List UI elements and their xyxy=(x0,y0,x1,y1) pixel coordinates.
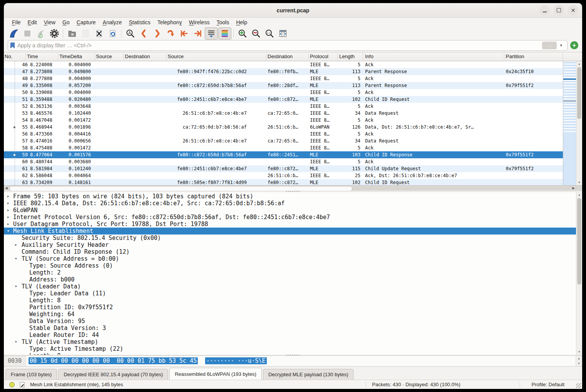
detail-line[interactable]: ▸Frame 59: 103 bytes on wire (824 bits),… xyxy=(4,193,576,200)
zoom-in-button[interactable] xyxy=(236,27,249,40)
open-file-button[interactable] xyxy=(66,27,79,40)
packet-row-49[interactable]: 498.3350080.057200fe80::c872:650d:b7b8:5… xyxy=(4,82,563,89)
detail-line[interactable]: Leader Router ID: 44 xyxy=(4,332,576,338)
apply-filter-button[interactable]: → xyxy=(542,42,557,49)
detail-line[interactable]: Length: 8 xyxy=(4,297,576,304)
column-header-source-3[interactable]: Source xyxy=(96,54,112,59)
packet-row-54[interactable]: 548.4670480.001472IEEE 8…5Ack xyxy=(4,117,563,124)
close-file-button[interactable] xyxy=(93,27,106,40)
maximize-button[interactable] xyxy=(554,5,564,15)
hex-ascii-selected[interactable]: ········ ···u·S\E xyxy=(205,357,267,364)
column-header-length-8[interactable]: Length xyxy=(339,54,355,59)
menu-analyze[interactable]: Analyze xyxy=(99,18,125,26)
detail-line[interactable]: ▸IEEE 802.15.4 Data, Dst: 26:51:c6:b7:e8… xyxy=(4,200,576,207)
packet-row-60[interactable]: 608.4807440.003680IEEE 8…5Ack xyxy=(4,158,563,165)
collapse-icon[interactable]: ▾ xyxy=(7,228,10,235)
reload-file-button[interactable] xyxy=(106,27,119,40)
colorize-packets-button[interactable] xyxy=(218,27,231,40)
menu-tools[interactable]: Tools xyxy=(213,18,233,26)
menu-file[interactable]: File xyxy=(8,18,24,26)
detail-line[interactable]: Length: 2 xyxy=(4,269,576,276)
status-profile[interactable]: Profile: Default xyxy=(532,382,564,387)
zoom-original-button[interactable]: 1:1 xyxy=(263,27,276,40)
stop-capture-button[interactable] xyxy=(21,27,34,40)
collapse-icon[interactable]: ▾ xyxy=(15,255,17,262)
scroll-left-icon[interactable]: ◀ xyxy=(4,186,9,191)
expand-icon[interactable]: ▸ xyxy=(15,241,17,248)
auto-scroll-button[interactable] xyxy=(205,27,218,40)
packet-row-58[interactable]: 588.4754880.001472IEEE 8…5Ack xyxy=(4,144,563,151)
expand-icon[interactable]: ▸ xyxy=(7,214,10,221)
menu-help[interactable]: Help xyxy=(232,18,251,26)
packet-row-55[interactable]: 558.4689440.001896ca:72:65:0d:b7:b8:56:a… xyxy=(4,124,563,131)
detail-line[interactable]: Stable Data Version: 3 xyxy=(4,325,576,332)
detail-line[interactable]: ▾TLV (Leader Data) xyxy=(4,283,576,290)
intelligent-scrollbar-minimap[interactable] xyxy=(563,61,576,185)
scroll-up-icon[interactable]: ▲ xyxy=(576,192,582,198)
menu-statistics[interactable]: Statistics xyxy=(125,18,154,26)
bytes-tab-reassembled-6lowpan-193-bytes[interactable]: Reassembled 6LoWPAN (193 bytes) xyxy=(169,368,261,380)
scroll-down-icon[interactable]: ▼ xyxy=(576,361,582,366)
packet-list-vscrollbar[interactable]: ▲ ▼ xyxy=(576,61,582,185)
packet-row-61[interactable]: 618.5819840.101240fe80::2451:c6b7:e8ce:4… xyxy=(4,165,563,172)
column-header-partition-10[interactable]: Partition xyxy=(506,54,524,59)
capture-options-button[interactable] xyxy=(48,27,61,40)
hex-bytes-selected[interactable]: 00 15 0d 00 00 00 00 00 00 00 01 75 bb 5… xyxy=(29,357,198,364)
detail-line[interactable]: ▾Mesh Link Establishment xyxy=(4,228,576,235)
bookmark-icon[interactable] xyxy=(10,42,15,49)
menu-telephony[interactable]: Telephony xyxy=(154,18,185,26)
find-packet-button[interactable]: A xyxy=(124,27,137,40)
display-filter-input[interactable]: Apply a display filter … <Ctrl-/> → ▼ xyxy=(8,40,567,51)
resize-grip[interactable] xyxy=(576,383,581,388)
packet-row-62[interactable]: 628.5860480.00406426:51:c6:b…IEEE 8…25Ac… xyxy=(4,172,563,179)
menu-capture[interactable]: Capture xyxy=(73,18,99,26)
capture-comment-icon[interactable] xyxy=(19,382,25,388)
resize-columns-button[interactable] xyxy=(276,27,290,40)
detail-line[interactable]: ▸Auxiliary Security Header xyxy=(4,241,576,248)
packet-row-56[interactable]: 568.4733600.004416IEEE 8…5Ack xyxy=(4,131,563,137)
detail-line[interactable]: ▸User Datagram Protocol, Src Port: 19788… xyxy=(4,221,576,228)
add-filter-button[interactable]: + xyxy=(570,41,578,49)
packet-row-52[interactable]: 528.3631360.003648IEEE 8…5Ack xyxy=(4,103,563,110)
zoom-out-button[interactable] xyxy=(249,27,263,40)
save-file-button[interactable] xyxy=(79,27,92,40)
detail-line[interactable]: Security Suite: 802.15.4 Security (0x00) xyxy=(4,235,576,241)
last-packet-button[interactable] xyxy=(191,27,204,40)
detail-line[interactable]: ▸6LoWPAN xyxy=(4,207,576,214)
packet-row-51[interactable]: 518.3594880.020480fe80::2451:c6b7:e8ce:4… xyxy=(4,96,563,103)
menu-view[interactable]: View xyxy=(40,18,59,26)
scroll-up-icon[interactable]: ▲ xyxy=(576,356,582,361)
packet-row-47[interactable]: 478.2738080.049800fe80::947f:f476:22bc:c… xyxy=(4,68,563,75)
expand-icon[interactable]: ▸ xyxy=(7,200,10,207)
collapse-icon[interactable]: ▾ xyxy=(15,338,17,345)
menu-wireless[interactable]: Wireless xyxy=(185,18,213,26)
expand-icon[interactable]: ▸ xyxy=(7,207,10,214)
packet-row-53[interactable]: 538.4655760.10244026:51:c6:b7:e8:ce:4b:e… xyxy=(4,110,563,117)
titlebar[interactable]: current.pcap ✕ xyxy=(4,3,582,18)
packet-row-63[interactable]: 638.7342090.148161fe80::505e:f807:7f81:4… xyxy=(4,179,563,185)
detail-line[interactable]: Weighting: 64 xyxy=(4,311,576,318)
start-capture-shark-fin-button[interactable] xyxy=(7,27,20,40)
detail-line[interactable]: Partition ID: 0x79f551f2 xyxy=(4,304,576,311)
packet-row-50[interactable]: 508.3390080.004000IEEE 8…5Ack xyxy=(4,89,563,96)
filter-dropdown-caret-icon[interactable]: ▼ xyxy=(559,44,563,47)
restart-capture-button[interactable] xyxy=(34,27,47,40)
details-vscrollbar[interactable]: ▲ ▼ xyxy=(576,192,582,355)
bytes-vscrollbar[interactable]: ▲ ▼ xyxy=(576,356,582,366)
detail-line[interactable]: Address: b000 xyxy=(4,276,576,283)
column-header-destination-6[interactable]: Destination xyxy=(268,54,293,59)
column-header-destination-4[interactable]: Destination xyxy=(125,54,150,59)
go-to-packet-button[interactable] xyxy=(164,27,177,40)
detail-line[interactable]: Data Version: 95 xyxy=(4,318,576,325)
column-header-source-5[interactable]: Source xyxy=(168,54,184,59)
detail-line[interactable]: Type: Active Timestamp (22) xyxy=(4,345,576,352)
detail-line[interactable]: Type: Leader Data (11) xyxy=(4,290,576,297)
scroll-down-icon[interactable]: ▼ xyxy=(576,180,582,185)
close-button[interactable]: ✕ xyxy=(568,5,578,15)
expand-icon[interactable]: ▸ xyxy=(7,193,10,200)
menu-go[interactable]: Go xyxy=(59,18,73,26)
packet-row-48[interactable]: 488.2778080.004000IEEE 8…5Ack xyxy=(4,75,563,82)
column-header-protocol-7[interactable]: Protocol xyxy=(310,54,328,59)
detail-line[interactable]: ▾TLV (Active Timestamp) xyxy=(4,338,576,345)
next-packet-button[interactable] xyxy=(151,27,164,40)
